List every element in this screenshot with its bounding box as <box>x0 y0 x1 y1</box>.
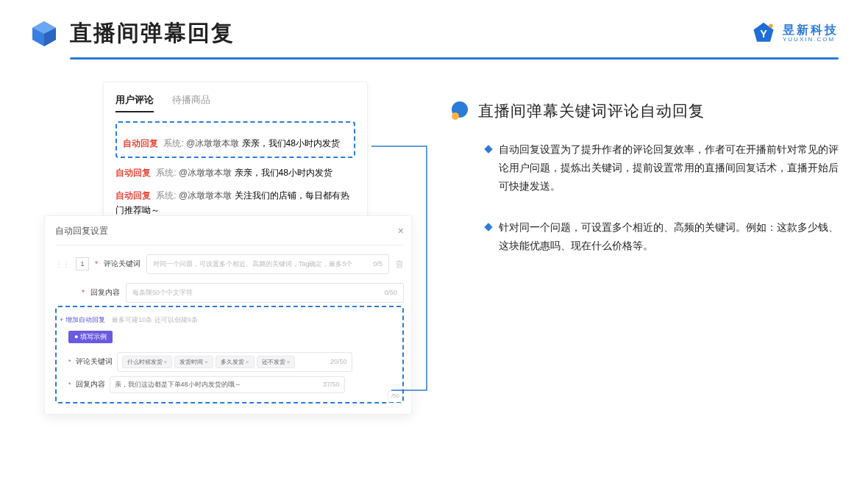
tag-chip[interactable]: 发货时间× <box>174 356 213 368</box>
content-input[interactable]: 每条限50个中文字符 0/50 <box>126 283 404 303</box>
example-content-input[interactable]: 亲，我们这边都是下单48小时内发货的哦～ 37/50 <box>110 376 345 393</box>
count-indicator: 20/50 <box>330 358 347 365</box>
comments-panel: 用户评论 待播商品 自动回复 系统: @冰墩墩本墩 亲亲，我们48小时内发货 自… <box>103 82 368 234</box>
auto-reply-tag: 自动回复 <box>123 138 158 148</box>
bullet-text: 针对同一个问题，可设置多个相近的、高频的关键词。例如：这款多少钱、这块能优惠吗、… <box>499 218 839 255</box>
bullet-text: 自动回复设置为了提升作者的评论回复效率，作者可在开播前针对常见的评论用户问题，提… <box>499 140 839 196</box>
close-icon[interactable]: × <box>398 225 404 237</box>
content-label: 回复内容 <box>90 287 120 298</box>
example-content-label: 回复内容 <box>76 379 105 390</box>
auto-reply-settings-panel: 自动回复设置 × ⋮⋮ 1 * 评论关键词 对同一个问题，可设置多个相近、高频的… <box>44 215 412 415</box>
tag-chip[interactable]: 还不发货× <box>257 356 296 368</box>
mention: @冰墩墩本墩 <box>179 168 232 178</box>
add-auto-reply-link[interactable]: + 增加自动回复 <box>60 316 105 323</box>
comment-text: 亲亲，我们48小时内发货 <box>242 138 340 148</box>
brand-name-cn: 昱新科技 <box>783 24 839 37</box>
auto-reply-tag: 自动回复 <box>115 168 151 178</box>
keyword-label: 评论关键词 <box>104 259 140 269</box>
bullet-item: 针对同一个问题，可设置多个相近的、高频的关键词。例如：这款多少钱、这块能优惠吗、… <box>485 218 839 255</box>
add-hint: 最多可建10条 还可以创建9条 <box>112 316 198 323</box>
section-heading: 直播间弹幕关键词评论自动回复 <box>478 101 705 121</box>
system-label: 系统: <box>163 138 183 148</box>
keyword-input[interactable]: 对同一个问题，可设置多个相近、高频的关键词，Tag确定，最多5个 0/5 <box>146 254 389 274</box>
required-mark: * <box>68 358 71 365</box>
example-keyword-label: 评论关键词 <box>76 356 113 367</box>
count-indicator: 0/50 <box>384 289 397 296</box>
tag-chip[interactable]: 多久发货× <box>216 356 255 368</box>
tab-user-comments[interactable]: 用户评论 <box>115 93 154 112</box>
svg-text:Y: Y <box>760 27 767 39</box>
brand-logo-icon: Y <box>750 21 777 47</box>
tab-pending-goods[interactable]: 待播商品 <box>172 93 210 112</box>
mention: @冰墩墩本墩 <box>179 190 232 201</box>
comment-item: 自动回复 系统: @冰墩墩本墩 亲亲，我们48小时内发货 <box>115 165 355 180</box>
auto-reply-tag: 自动回复 <box>115 190 151 201</box>
system-label: 系统: <box>156 168 176 178</box>
svg-point-4 <box>769 24 772 27</box>
bubble-icon <box>449 100 471 122</box>
row-number: 1 <box>76 257 89 270</box>
highlighted-reply: 自动回复 系统: @冰墩墩本墩 亲亲，我们48小时内发货 <box>115 121 355 158</box>
placeholder-text: 对同一个问题，可设置多个相近、高频的关键词，Tag确定，最多5个 <box>153 259 353 269</box>
brand: Y 昱新科技 YUUXIN.COM <box>750 21 839 47</box>
diamond-icon <box>484 145 492 153</box>
bullet-item: 自动回复设置为了提升作者的评论回复效率，作者可在开播前针对常见的评论用户问题，提… <box>485 140 839 196</box>
example-highlight-box: + 增加自动回复 最多可建10条 还可以创建9条 ● 填写示例 * 评论关键词 … <box>55 306 404 403</box>
comment-item: 自动回复 系统: @冰墩墩本墩 关注我们的店铺，每日都有热门推荐呦～ <box>115 188 355 218</box>
example-badge: ● 填写示例 <box>68 331 113 343</box>
tag-chip[interactable]: 什么时候发货× <box>122 356 173 368</box>
tag-chips: 什么时候发货×发货时间×多久发货×还不发货× <box>122 356 298 368</box>
page-title: 直播间弹幕回复 <box>70 18 235 49</box>
example-content-value: 亲，我们这边都是下单48小时内发货的哦～ <box>115 380 241 390</box>
comment-item: 自动回复 系统: @冰墩墩本墩 亲亲，我们48小时内发货 <box>123 136 348 151</box>
delete-icon[interactable] <box>395 259 404 268</box>
system-label: 系统: <box>156 190 176 201</box>
tabs: 用户评论 待播商品 <box>115 93 355 112</box>
required-mark: * <box>68 381 71 388</box>
spare-count: /50 <box>388 390 402 403</box>
placeholder-text: 每条限50个中文字符 <box>132 288 193 298</box>
cube-icon <box>29 19 59 49</box>
comment-text: 亲亲，我们48小时内发货 <box>235 168 332 178</box>
count-indicator: 0/5 <box>373 260 383 268</box>
diamond-icon <box>484 223 492 231</box>
settings-title: 自动回复设置 <box>55 225 108 237</box>
svg-point-6 <box>452 112 459 120</box>
required-mark: * <box>95 260 98 268</box>
example-keyword-input[interactable]: 什么时候发货×发货时间×多久发货×还不发货× 20/50 <box>117 352 352 372</box>
required-mark: * <box>82 289 85 297</box>
brand-name-en: YUUXIN.COM <box>783 37 839 43</box>
mention: @冰墩墩本墩 <box>186 138 239 148</box>
count-indicator: 37/50 <box>323 381 340 388</box>
